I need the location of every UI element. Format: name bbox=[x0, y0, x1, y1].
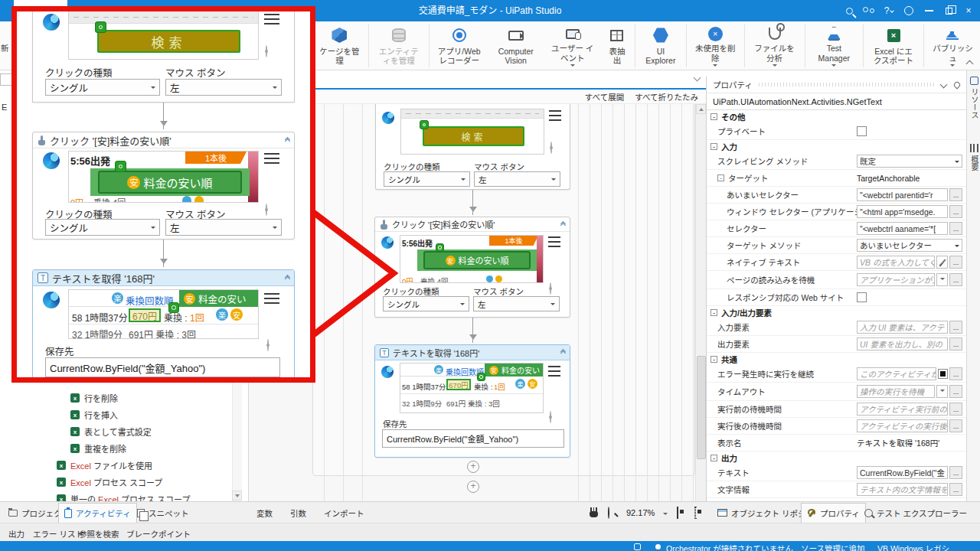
target-options-icon[interactable] bbox=[550, 142, 552, 154]
search-icon[interactable] bbox=[839, 0, 859, 21]
mouse-button-dropdown[interactable]: 左 bbox=[474, 171, 560, 187]
sidebar-item-use-excel-file[interactable]: xExcel ファイルを使用 bbox=[57, 459, 152, 471]
fuzzy-selector-input[interactable]: "<webctrl parentid='r bbox=[857, 188, 948, 201]
private-checkbox[interactable] bbox=[857, 126, 867, 136]
ellipsis-button[interactable]: ... bbox=[949, 222, 962, 235]
arguments-button[interactable]: 引数 bbox=[285, 503, 312, 523]
delay-before-input[interactable]: アクティビティ実行前の待 bbox=[857, 403, 948, 416]
output-element-input[interactable]: UI 要素を出力し、別の bbox=[857, 337, 948, 350]
activity-click-search[interactable]: 検索 クリックの種類 マウス ボタン シングル 左 bbox=[375, 104, 570, 190]
sidebar-item-format-as-table[interactable]: x表として書式設定 bbox=[70, 425, 152, 438]
ribbon-test-manager-button[interactable]: Test Manager bbox=[806, 23, 861, 69]
close-button[interactable]: × bbox=[959, 0, 978, 21]
sidebar-item-remove-duplicates[interactable]: x重複を削除 bbox=[70, 442, 126, 455]
help-icon[interactable]: ? bbox=[879, 0, 899, 21]
pin-icon[interactable] bbox=[952, 80, 961, 89]
ribbon-analyze-file-button[interactable]: ファイルを分析 bbox=[746, 23, 803, 69]
chevron-down-icon[interactable] bbox=[940, 81, 948, 89]
tab-find-references[interactable]: 参照を検索 bbox=[74, 525, 125, 542]
collapse-icon[interactable]: - bbox=[710, 143, 717, 150]
section-input[interactable]: -入力 bbox=[707, 140, 966, 153]
selector-input[interactable]: "<webctrl aaname='*[ bbox=[857, 222, 948, 235]
collapse-icon[interactable]: - bbox=[710, 455, 717, 461]
sidebar-search-input[interactable] bbox=[0, 73, 12, 86]
ribbon-user-events-button[interactable]: ユーザー イベント bbox=[544, 23, 601, 69]
ellipsis-button[interactable]: ... bbox=[949, 385, 962, 398]
reset-zoom-icon[interactable] bbox=[694, 507, 696, 519]
ellipsis-button[interactable]: ... bbox=[949, 403, 962, 416]
collapse-icon[interactable] bbox=[561, 350, 565, 355]
tab-breakpoints[interactable]: ブレークポイント bbox=[121, 525, 196, 542]
dropdown-caret-icon[interactable] bbox=[936, 273, 948, 286]
zoom-caret-icon[interactable] bbox=[663, 513, 668, 517]
fit-to-screen-icon[interactable] bbox=[677, 507, 678, 519]
mouse-button-dropdown[interactable]: 左 bbox=[473, 296, 560, 311]
wait-page-load-input[interactable]: アプリケーションが入 bbox=[857, 273, 935, 286]
zoom-icon[interactable] bbox=[608, 507, 609, 519]
dropdown-caret-icon[interactable] bbox=[936, 385, 948, 398]
indeterminate-checkbox[interactable] bbox=[938, 369, 948, 379]
save-to-input[interactable]: CurrentRow.ByField("金額_Yahoo") bbox=[382, 429, 564, 448]
target-options-icon[interactable] bbox=[550, 282, 551, 295]
tab-output[interactable]: 出力 bbox=[3, 525, 30, 542]
continue-on-error-input[interactable]: このアクティビティが失 bbox=[857, 367, 936, 380]
add-activity-button[interactable]: + bbox=[467, 481, 479, 493]
text-output-input[interactable]: CurrentRow.ByField("金 bbox=[857, 466, 948, 479]
tab-activities[interactable]: アクティビティ bbox=[58, 503, 137, 523]
scroll-down-icon[interactable] bbox=[232, 491, 242, 500]
ellipsis-button[interactable]: ... bbox=[949, 321, 962, 334]
ribbon-app-web-recorder-button[interactable]: アプリ/Web レコーダー bbox=[431, 23, 488, 69]
ellipsis-button[interactable]: ... bbox=[949, 273, 962, 286]
panel-drag-handle[interactable] bbox=[759, 83, 935, 86]
zoom-level[interactable]: 92.17% bbox=[626, 508, 655, 517]
activity-header[interactable]: クリック '[安]料金の安い順' bbox=[375, 217, 570, 232]
hamburger-menu-icon[interactable] bbox=[549, 110, 561, 121]
delay-after-input[interactable]: アクティビティの実行後に bbox=[857, 419, 948, 432]
restore-button[interactable] bbox=[939, 0, 959, 21]
timeout-input[interactable]: 操作の実行を待機 bbox=[857, 385, 935, 398]
target-screenshot[interactable]: 検索 bbox=[400, 109, 544, 155]
tab-properties[interactable]: プロパティ bbox=[801, 503, 866, 523]
scraping-method-dropdown[interactable]: 既定 bbox=[857, 155, 962, 168]
expression-editor-icon[interactable] bbox=[936, 256, 948, 269]
canvas-scrollbar[interactable] bbox=[695, 104, 706, 501]
collapse-icon[interactable]: - bbox=[710, 309, 717, 316]
activity-header[interactable]: T テキストを取得 '168円' bbox=[375, 345, 570, 360]
native-text-input[interactable]: VB の式を入力してく bbox=[857, 256, 935, 269]
share-people-icon[interactable] bbox=[859, 0, 879, 21]
ribbon-manage-packages-button[interactable]: ケージを管理 bbox=[312, 23, 367, 69]
collapse-all-link[interactable]: すべて折りたたみ bbox=[635, 91, 698, 103]
tab-overflow-icon[interactable] bbox=[694, 74, 701, 82]
tab-test-explorer[interactable]: テスト エクスプローラー bbox=[859, 503, 972, 523]
click-type-dropdown[interactable]: シングル bbox=[384, 171, 470, 187]
collapse-icon[interactable]: - bbox=[710, 356, 717, 363]
section-misc[interactable]: -その他 bbox=[707, 110, 966, 123]
ellipsis-button[interactable]: ... bbox=[949, 256, 962, 269]
target-options-icon[interactable] bbox=[550, 411, 551, 423]
sidebar-item-insert-rows[interactable]: x行を挿入 bbox=[70, 409, 118, 421]
target-method-dropdown[interactable]: あいまいセレクター bbox=[857, 239, 962, 252]
section-output[interactable]: -出力 bbox=[707, 452, 966, 465]
add-to-source-control[interactable]: ソース管理に追加 bbox=[801, 543, 864, 551]
tab-outline[interactable]: 概要 bbox=[969, 144, 980, 171]
char-info-input[interactable]: テキスト内の文字情報を bbox=[857, 483, 948, 496]
tab-snippets[interactable]: スニペット bbox=[132, 503, 194, 523]
project-language[interactable]: VB Windows レガシ bbox=[877, 543, 949, 551]
collapse-icon[interactable] bbox=[561, 222, 565, 227]
sidebar-item-excel-process-scope[interactable]: xExcel プロセス スコープ bbox=[57, 476, 162, 488]
account-icon[interactable] bbox=[899, 0, 919, 21]
add-activity-button[interactable]: + bbox=[467, 461, 479, 473]
hamburger-menu-icon[interactable] bbox=[548, 366, 560, 377]
input-element-input[interactable]: 入力 UI 要素は、アクテ bbox=[857, 321, 948, 334]
ribbon-remove-unused-button[interactable]: ×未使用を削除 bbox=[688, 23, 743, 69]
ellipsis-button[interactable]: ... bbox=[949, 188, 962, 201]
ribbon-computer-vision-button[interactable]: Computer Vision bbox=[488, 23, 544, 69]
tab-resources[interactable]: リソース bbox=[969, 77, 980, 119]
ribbon-table-extract-button[interactable]: 表抽出 bbox=[601, 23, 634, 69]
scroll-up-icon[interactable] bbox=[696, 104, 706, 114]
ribbon-ui-explorer-button[interactable]: UI Explorer bbox=[637, 23, 684, 69]
collapse-icon[interactable]: - bbox=[717, 174, 724, 181]
orchestrator-status[interactable]: Orchestrator が接続されていません bbox=[666, 543, 793, 551]
ribbon-export-excel-button[interactable]: ×Excel にエクスポート bbox=[865, 23, 922, 69]
display-name-value[interactable]: テキストを取得 '168円' bbox=[857, 437, 939, 448]
